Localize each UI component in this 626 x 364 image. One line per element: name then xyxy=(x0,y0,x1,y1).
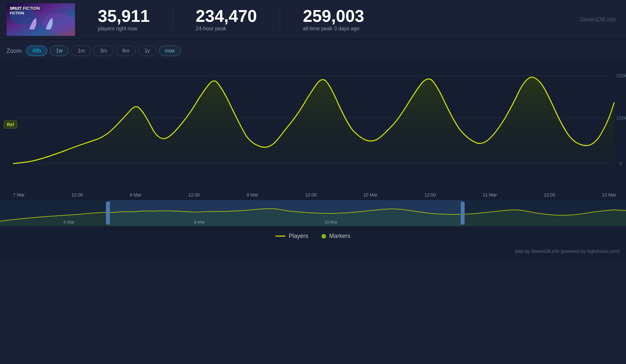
main-chart-svg: 200k 100k 0 xyxy=(0,59,626,190)
zoom-1m-button[interactable]: 1m xyxy=(71,46,91,56)
svg-text:0: 0 xyxy=(619,161,622,166)
stat-separator-2 xyxy=(280,8,280,31)
x-label-8mar: 8 Mar xyxy=(130,192,142,197)
all-time-peak-value: 259,003 xyxy=(303,7,364,24)
svg-rect-15 xyxy=(461,202,465,225)
legend-players-line xyxy=(276,236,285,237)
peak-24h-block: 234,470 24-hour peak xyxy=(186,7,267,32)
x-label-10mar: 10 Mar xyxy=(363,192,378,197)
legend-players-label: Players xyxy=(289,233,308,240)
svg-text:8·Mar: 8·Mar xyxy=(194,220,205,225)
x-label-12mar: 12 Mar xyxy=(602,192,616,197)
game-title: SPLIT FICTION xyxy=(10,6,40,11)
attribution-text: data by SteamDB.info (powered by highcha… xyxy=(515,249,619,254)
svg-text:6 Mar: 6 Mar xyxy=(64,220,75,225)
current-players-label: players right now xyxy=(98,26,137,32)
zoom-1y-button[interactable]: 1y xyxy=(138,46,156,56)
svg-text:100k: 100k xyxy=(616,115,626,121)
legend-markers-dot xyxy=(321,234,326,239)
x-label-1200-1: 12:00 xyxy=(71,192,83,197)
zoom-48h-button[interactable]: 48h xyxy=(26,46,47,56)
x-label-1200-2: 12:00 xyxy=(188,192,200,197)
peak-24h-value: 234,470 xyxy=(196,7,257,24)
zoom-max-button[interactable]: max xyxy=(159,46,181,56)
x-label-1200-3: 12:00 xyxy=(305,192,317,197)
current-players-block: 35,911 players right now xyxy=(88,7,159,32)
x-label-7mar: 7 Mar xyxy=(13,192,25,197)
svg-text:FICTION: FICTION xyxy=(10,11,24,15)
header: SPLIT FICTION SPLIT FICTION 35 xyxy=(0,0,626,40)
all-time-peak-block: 259,003 all-time peak 3 days ago xyxy=(293,7,374,32)
svg-text:10·Mar: 10·Mar xyxy=(324,220,338,225)
mini-chart-svg: 6 Mar 8·Mar 10·Mar xyxy=(0,200,626,226)
zoom-bar: Zoom 48h 1w 1m 3m 6m 1y max xyxy=(0,40,626,59)
steamdb-watermark: SteamDB.info xyxy=(580,16,619,23)
legend-markers: Markers xyxy=(321,233,350,240)
zoom-label: Zoom xyxy=(7,48,22,54)
mini-chart-container[interactable]: 6 Mar 8·Mar 10·Mar xyxy=(0,200,626,226)
zoom-6m-button[interactable]: 6m xyxy=(116,46,136,56)
x-label-1200-4: 12:00 xyxy=(425,192,436,197)
zoom-3m-button[interactable]: 3m xyxy=(94,46,113,56)
current-players-value: 35,911 xyxy=(98,7,150,24)
main-chart: Rel 200k 100k 0 xyxy=(0,59,626,190)
game-thumbnail: SPLIT FICTION SPLIT FICTION xyxy=(7,3,75,36)
peak-24h-label: 24-hour peak xyxy=(196,26,226,32)
legend-players: Players xyxy=(276,233,308,240)
legend-markers-label: Markers xyxy=(329,233,350,240)
svg-text:200k: 200k xyxy=(616,73,626,78)
svg-rect-14 xyxy=(106,202,110,225)
attribution: data by SteamDB.info (powered by highcha… xyxy=(0,246,626,259)
rel-badge: Rel xyxy=(4,121,17,128)
x-label-1200-5: 12:00 xyxy=(544,192,555,197)
svg-point-1 xyxy=(42,13,75,33)
stat-separator-1 xyxy=(172,8,173,31)
zoom-1w-button[interactable]: 1w xyxy=(50,46,69,56)
all-time-peak-label: all-time peak 3 days ago xyxy=(303,26,359,32)
x-label-9mar: 9 Mar xyxy=(246,192,258,197)
chart-x-labels: 7 Mar 12:00 8 Mar 12:00 9 Mar 12:00 10 M… xyxy=(0,190,626,200)
legend: Players Markers xyxy=(0,226,626,246)
chart-container: Rel 200k 100k 0 xyxy=(0,59,626,226)
x-label-11mar: 11 Mar xyxy=(483,192,497,197)
